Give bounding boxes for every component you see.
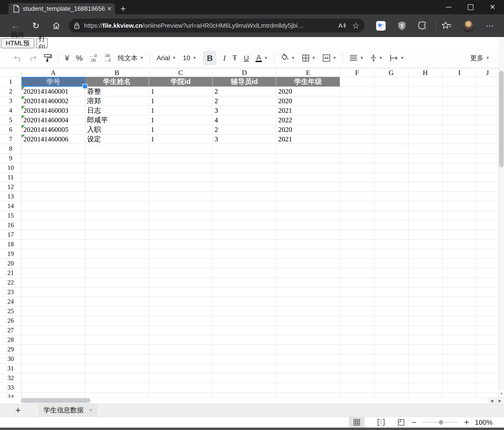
cell-E29[interactable] <box>276 345 340 354</box>
decrease-decimal-icon[interactable]: ←.0.00 <box>89 54 97 63</box>
cell-C4[interactable]: 1 <box>149 106 213 115</box>
cell-F11[interactable] <box>340 173 374 182</box>
cell-G4[interactable] <box>374 106 408 115</box>
cell-I9[interactable] <box>442 154 477 163</box>
cell-J13[interactable] <box>477 192 499 201</box>
cell-E21[interactable] <box>276 268 340 278</box>
cell-G1[interactable] <box>374 77 408 87</box>
cell-A5[interactable]: 2020141460004 <box>21 115 85 125</box>
redo-icon[interactable] <box>29 55 37 62</box>
cell-H29[interactable] <box>408 345 442 354</box>
goto-html-preview-button[interactable]: 跳转HTML预览 <box>1 38 34 48</box>
cell-C14[interactable] <box>149 201 213 211</box>
collections-icon[interactable] <box>440 14 453 37</box>
cell-C30[interactable] <box>149 354 213 364</box>
cell-D5[interactable]: 4 <box>213 115 276 125</box>
row-header-14[interactable]: 14 <box>0 201 21 211</box>
cell-F26[interactable] <box>340 316 374 326</box>
cell-C26[interactable] <box>149 316 213 326</box>
cell-C6[interactable]: 1 <box>149 125 213 134</box>
percent-format-icon[interactable]: % <box>76 54 82 63</box>
cell-C5[interactable]: 1 <box>149 115 213 125</box>
cell-J1[interactable] <box>477 77 499 87</box>
cell-I30[interactable] <box>442 354 477 364</box>
window-close-button[interactable]: ✕ <box>485 0 500 14</box>
cell-B23[interactable] <box>85 287 149 297</box>
cell-H24[interactable] <box>408 297 442 307</box>
cell-H19[interactable] <box>408 249 442 259</box>
cell-D21[interactable] <box>213 268 276 278</box>
cell-E15[interactable] <box>276 211 340 221</box>
row-header-3[interactable]: 3 <box>0 96 21 106</box>
cell-A8[interactable] <box>21 144 85 154</box>
cell-B9[interactable] <box>85 154 149 163</box>
cell-B6[interactable]: 入职 <box>85 125 149 134</box>
column-header-G[interactable]: G <box>374 69 408 77</box>
sheet-tab-active[interactable]: 学生信息数据 ▼ <box>39 403 97 417</box>
borders-button[interactable]: ▼ <box>302 54 316 62</box>
row-header-8[interactable]: 8 <box>0 144 21 154</box>
row-header-23[interactable]: 23 <box>0 287 21 297</box>
cell-A14[interactable] <box>21 201 85 211</box>
cell-E34[interactable] <box>276 393 340 398</box>
row-header-12[interactable]: 12 <box>0 182 21 192</box>
extension-bird-icon[interactable] <box>375 14 387 37</box>
cell-I23[interactable] <box>442 287 477 297</box>
cell-J24[interactable] <box>477 297 499 307</box>
vertical-align-button[interactable]: ▼ <box>370 54 383 62</box>
column-header-F[interactable]: F <box>340 69 374 77</box>
column-header-E[interactable]: E <box>276 69 340 77</box>
cell-C18[interactable] <box>149 240 213 249</box>
cell-C12[interactable] <box>149 182 213 192</box>
cell-C10[interactable] <box>149 163 213 173</box>
cell-B24[interactable] <box>85 297 149 307</box>
cell-J8[interactable] <box>477 144 499 154</box>
column-header-D[interactable]: D <box>213 69 276 77</box>
cell-I29[interactable] <box>442 345 477 354</box>
cell-H31[interactable] <box>408 364 442 373</box>
cell-A23[interactable] <box>21 287 85 297</box>
cell-B4[interactable]: 日志 <box>85 106 149 115</box>
cell-A34[interactable] <box>21 393 85 398</box>
cell-B11[interactable] <box>85 173 149 182</box>
horizontal-align-button[interactable]: ▼ <box>349 55 364 61</box>
cell-G6[interactable] <box>374 125 408 134</box>
row-header-21[interactable]: 21 <box>0 268 21 278</box>
cell-C20[interactable] <box>149 259 213 268</box>
cell-E7[interactable]: 2021 <box>276 134 340 144</box>
cell-B33[interactable] <box>85 383 149 393</box>
cell-I18[interactable] <box>442 240 477 249</box>
row-header-10[interactable]: 10 <box>0 163 21 173</box>
row-header-30[interactable]: 30 <box>0 354 21 364</box>
cell-G34[interactable] <box>374 393 408 398</box>
cell-F6[interactable] <box>340 125 374 134</box>
row-header-13[interactable]: 13 <box>0 192 21 201</box>
row-header-5[interactable]: 5 <box>0 115 21 125</box>
cell-G2[interactable] <box>374 87 408 96</box>
cell-F15[interactable] <box>340 211 374 221</box>
cell-F4[interactable] <box>340 106 374 115</box>
column-header-C[interactable]: C <box>149 69 213 77</box>
cell-E4[interactable]: 2021 <box>276 106 340 115</box>
cell-A15[interactable] <box>21 211 85 221</box>
cell-H26[interactable] <box>408 316 442 326</box>
cell-E26[interactable] <box>276 316 340 326</box>
zoom-out-button[interactable]: − <box>411 417 416 428</box>
browser-tab[interactable]: student_template_168819656736 ✕ <box>8 3 115 14</box>
cell-B32[interactable] <box>85 373 149 383</box>
zoom-slider[interactable] <box>423 422 458 423</box>
cell-G24[interactable] <box>374 297 408 307</box>
page-break-view-button[interactable] <box>377 417 385 428</box>
cell-D7[interactable]: 3 <box>213 134 276 144</box>
cell-J17[interactable] <box>477 230 499 240</box>
text-wrap-button[interactable]: ▼ <box>389 54 404 62</box>
cell-F8[interactable] <box>340 144 374 154</box>
cell-C21[interactable] <box>149 268 213 278</box>
cell-G28[interactable] <box>374 335 408 345</box>
cell-G31[interactable] <box>374 364 408 373</box>
row-header-32[interactable]: 32 <box>0 373 21 383</box>
cell-H34[interactable] <box>408 393 442 398</box>
cell-I20[interactable] <box>442 259 477 268</box>
cell-I15[interactable] <box>442 211 477 221</box>
cell-F13[interactable] <box>340 192 374 201</box>
